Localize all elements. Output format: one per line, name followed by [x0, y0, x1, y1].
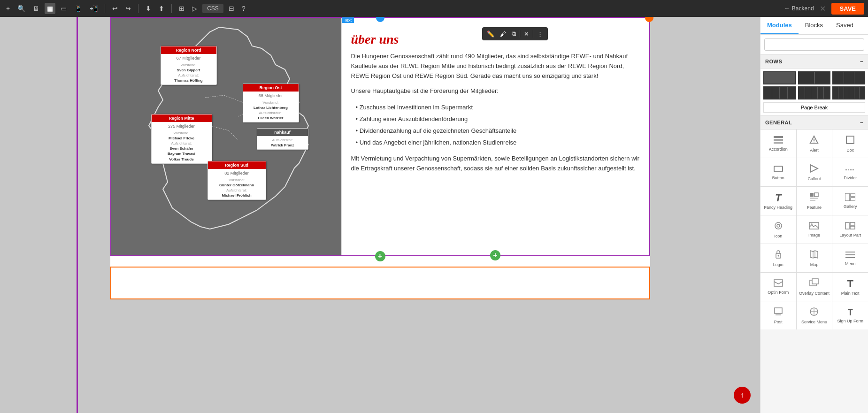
- module-post[interactable]: Post: [760, 301, 796, 329]
- module-alert[interactable]: Alert: [797, 130, 832, 158]
- rows-label: ROWS: [765, 59, 782, 64]
- style-icon[interactable]: 🖌: [498, 30, 508, 38]
- module-icon[interactable]: Icon: [760, 215, 796, 244]
- tablet-landscape-icon[interactable]: ▭: [58, 3, 69, 14]
- duplicate-icon[interactable]: ⧉: [510, 29, 518, 38]
- row-layout-2col[interactable]: [798, 71, 831, 84]
- module-overlay-content[interactable]: Overlay Content: [797, 273, 832, 301]
- region-nord-card: Region Nord 67 Mitglieder Vorstand: Sven…: [161, 46, 217, 85]
- text-column: Text ✏️ 🖌 ⧉ ✕ ⋮ über uns: [341, 18, 649, 255]
- row-layout-6col[interactable]: [832, 86, 865, 99]
- svg-rect-11: [814, 193, 818, 197]
- row-layout-5col[interactable]: [798, 86, 831, 99]
- row-layout-4col[interactable]: [763, 86, 796, 99]
- redo-icon[interactable]: ↪: [123, 3, 133, 14]
- region-ost-aufsichtsrat: Eileen Watzler: [246, 115, 296, 121]
- button-label: Button: [772, 176, 784, 181]
- row-layout-1col[interactable]: [763, 71, 796, 84]
- module-sign-up-form[interactable]: T Sign Up Form: [832, 301, 868, 329]
- delete-icon[interactable]: ✕: [522, 30, 531, 38]
- tab-blocks[interactable]: Blocks: [799, 17, 830, 34]
- benefits-list: Zuschuss bei Investitionen im Supermarkt…: [356, 102, 640, 148]
- region-sued-aufsichtsrat-label: Aufsichtsrat:: [211, 188, 263, 193]
- module-divider[interactable]: Divider: [832, 158, 868, 186]
- mobile-icon[interactable]: 📱: [72, 3, 84, 14]
- svg-rect-6: [846, 136, 854, 144]
- plain-text-label: Plain Text: [841, 291, 860, 296]
- add-row-bottom-dot[interactable]: +: [490, 250, 500, 260]
- general-section-header: GENERAL −: [760, 116, 868, 130]
- row-layouts: Page Break: [760, 69, 868, 116]
- preview-icon[interactable]: ▷: [190, 3, 200, 14]
- sign-up-form-label: Sign Up Form: [837, 319, 863, 324]
- svg-rect-34: [812, 279, 818, 284]
- callout-label: Callout: [807, 176, 821, 182]
- optin-form-label: Optin Form: [768, 290, 789, 295]
- tablet-icon[interactable]: ▦: [45, 3, 55, 14]
- login-label: Login: [773, 262, 784, 268]
- add-row-middle-dot[interactable]: +: [375, 251, 385, 261]
- undo-icon[interactable]: ↩: [110, 3, 120, 14]
- optin-form-icon: [774, 279, 783, 288]
- upload-icon[interactable]: ⬆: [156, 3, 167, 14]
- desktop-icon[interactable]: 🖥: [31, 3, 42, 14]
- nahkauf-header: nahkauf: [257, 129, 308, 136]
- separator-3: [171, 4, 172, 13]
- layout-icon[interactable]: ⊞: [177, 3, 187, 14]
- row-layout-3col[interactable]: [832, 71, 865, 84]
- map-label: Map: [810, 262, 819, 268]
- service-menu-label: Service Menu: [801, 320, 827, 325]
- css-button[interactable]: CSS: [202, 4, 223, 13]
- list-item-3: Dividendenzahlung auf die gezeichneten G…: [356, 125, 640, 137]
- image-label: Image: [808, 233, 820, 238]
- tab-saved[interactable]: Saved: [830, 17, 860, 34]
- module-map[interactable]: Map: [797, 244, 832, 272]
- module-callout[interactable]: Callout: [797, 158, 832, 186]
- text-body: Die Hungener Genossenschaft zählt rund 4…: [351, 52, 640, 174]
- post-icon: [774, 307, 783, 318]
- image-icon: [809, 222, 819, 231]
- region-ost-vorstand: Lothar Lichtenberg: [246, 105, 296, 110]
- module-search-input[interactable]: [764, 38, 864, 51]
- fancy-heading-icon: T: [775, 193, 781, 203]
- module-box[interactable]: Box: [832, 130, 868, 158]
- module-image[interactable]: Image: [797, 215, 832, 244]
- tab-modules[interactable]: Modules: [760, 17, 799, 34]
- page-break-row[interactable]: Page Break: [763, 102, 865, 113]
- module-fancy-heading[interactable]: T Fancy Heading: [760, 187, 796, 215]
- region-nord-aufsichtsrat-label: Aufsichtsrat:: [164, 73, 214, 78]
- search-icon[interactable]: 🔍: [15, 3, 28, 14]
- module-layout-part[interactable]: Layout Part: [832, 215, 868, 244]
- edit-icon[interactable]: ✏️: [485, 30, 496, 38]
- panel-search-container: [760, 35, 868, 55]
- module-login[interactable]: Login: [760, 244, 796, 272]
- save-local-icon[interactable]: ⬇: [143, 3, 154, 14]
- module-plain-text[interactable]: T Plain Text: [832, 273, 868, 301]
- more-icon[interactable]: ⋮: [535, 30, 545, 38]
- module-button[interactable]: Button: [760, 158, 796, 186]
- module-gallery[interactable]: Gallery: [832, 187, 868, 215]
- save-button[interactable]: SAVE: [831, 3, 864, 15]
- separator-2: [138, 4, 138, 13]
- accordion-icon: [774, 136, 783, 145]
- grid-icon[interactable]: ⊟: [226, 3, 237, 14]
- module-service-menu[interactable]: Service Menu: [797, 301, 832, 329]
- add-icon[interactable]: +: [4, 3, 12, 14]
- help-icon[interactable]: ?: [239, 3, 248, 14]
- region-mitte-vorstand-label: Vorstand:: [154, 130, 209, 136]
- fancy-heading-label: Fancy Heading: [764, 205, 793, 210]
- general-collapse-icon[interactable]: −: [860, 120, 863, 125]
- rows-collapse-icon[interactable]: −: [860, 59, 863, 64]
- region-sued-body: 82 Mitglieder Vorstand: Günter Götzeiman…: [208, 169, 266, 199]
- module-accordion[interactable]: Accordion: [760, 130, 796, 158]
- mobile-small-icon[interactable]: 📲: [87, 3, 100, 14]
- backend-link[interactable]: ← Backend: [784, 5, 814, 12]
- main-area: Region Nord 67 Mitglieder Vorstand: Sven…: [0, 17, 868, 413]
- general-label: GENERAL: [765, 120, 792, 125]
- svg-rect-21: [845, 222, 849, 229]
- module-menu[interactable]: Menu: [832, 244, 868, 272]
- module-feature[interactable]: Feature: [797, 187, 832, 215]
- region-ost-body: 68 Mitglieder Vorstand: Lothar Lichtenbe…: [243, 92, 299, 122]
- module-optin-form[interactable]: Optin Form: [760, 273, 796, 301]
- scroll-to-top-button[interactable]: ↑: [734, 387, 751, 404]
